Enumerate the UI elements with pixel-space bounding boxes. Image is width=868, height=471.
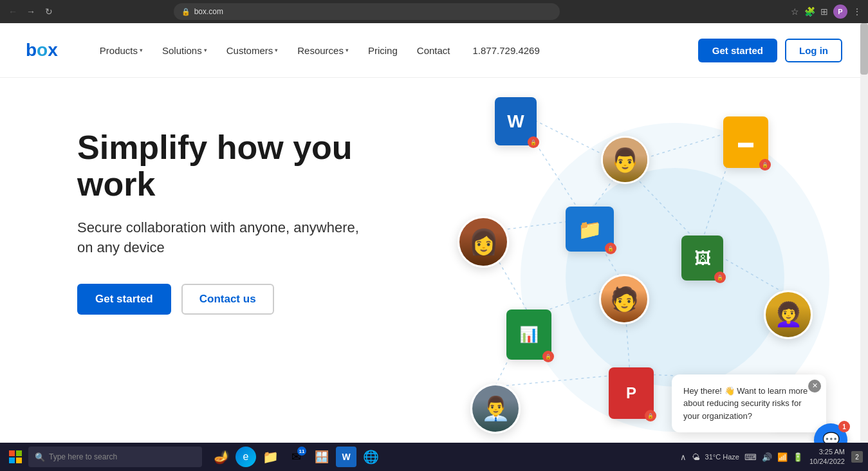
weather-icon: 🌤 xyxy=(692,452,700,462)
taskbar-right: ∧ 🌤 31°C Haze ⌨ 🔊 📶 🔋 3:25 AM 10/24/2022… xyxy=(680,447,863,467)
nav-contact[interactable]: Contact xyxy=(414,42,454,59)
webpage: box Products ▾ Solutions ▾ Customers ▾ R… xyxy=(0,23,868,471)
taskbar-app-word[interactable]: W xyxy=(336,447,356,467)
taskbar-app-mail[interactable]: ✉ 11 xyxy=(284,445,308,468)
solutions-chevron-icon: ▾ xyxy=(204,47,207,53)
notification-button[interactable]: 2 xyxy=(851,451,863,463)
resources-chevron-icon: ▾ xyxy=(346,47,349,53)
time-text: 3:25 AM xyxy=(809,447,845,457)
login-button[interactable]: Log in xyxy=(785,39,842,62)
battery-icon[interactable]: 🔋 xyxy=(793,452,803,462)
avatar-man-1: 👨 xyxy=(601,136,649,184)
profile-avatar[interactable]: P xyxy=(833,5,847,19)
phone-number: 1.877.729.4269 xyxy=(473,45,540,56)
avatar-woman-2: 👩‍🦱 xyxy=(764,290,813,339)
address-bar[interactable]: 🔒 box.com xyxy=(174,3,560,20)
nav-pricing[interactable]: Pricing xyxy=(365,42,401,59)
taskbar-search[interactable]: 🔍 Type here to search xyxy=(28,447,202,467)
up-arrow-icon[interactable]: ∧ xyxy=(680,452,687,462)
slides-icon: ▬ 🔒 xyxy=(723,116,768,168)
avatar-man-2: 🧑 xyxy=(599,274,649,324)
hero-get-started-button[interactable]: Get started xyxy=(77,284,171,315)
chat-message: Hey there! 👋 Want to learn more about re… xyxy=(683,385,815,423)
svg-point-1 xyxy=(566,168,784,387)
hero-buttons: Get started Contact us xyxy=(77,284,438,315)
avatar-man-3: 👨‍💼 xyxy=(470,383,521,434)
volume-icon[interactable]: 🔊 xyxy=(762,452,772,462)
back-button[interactable]: ← xyxy=(6,5,19,18)
word-lock-badge: 🔒 xyxy=(528,136,539,148)
get-started-button[interactable]: Get started xyxy=(698,39,777,62)
powerpoint-icon: P 🔒 xyxy=(609,367,654,419)
hero-section: Simplify how you work Secure collaborati… xyxy=(0,78,868,471)
avatar-woman-1: 👩 xyxy=(457,216,509,268)
hero-illustration: W 🔒 👨 ▬ 🔒 📁 🔒 🖼 🔒 xyxy=(430,78,868,471)
wifi-icon[interactable]: 📶 xyxy=(777,452,788,462)
logo[interactable]: box xyxy=(26,40,58,60)
nav-links: Products ▾ Solutions ▾ Customers ▾ Resou… xyxy=(97,42,698,59)
nav-actions: Get started Log in xyxy=(698,39,842,62)
lock-icon: 🔒 xyxy=(181,8,190,16)
taskbar-app-diwali[interactable]: 🪔 xyxy=(210,445,233,468)
hero-title: Simplify how you work xyxy=(77,129,438,203)
bookmark-icon[interactable]: ☆ xyxy=(791,6,799,17)
taskbar-apps: 🪔 e 📁 ✉ 11 🪟 W 🌐 xyxy=(210,445,382,468)
folder-icon: 📁 🔒 xyxy=(566,207,614,252)
nav-customers[interactable]: Customers ▾ xyxy=(223,42,282,59)
more-options-icon[interactable]: ⋮ xyxy=(853,6,862,17)
sheets-lock-badge: 🔒 xyxy=(542,351,554,362)
svg-rect-17 xyxy=(9,450,15,456)
taskbar: 🔍 Type here to search 🪔 e 📁 ✉ 11 🪟 W 🌐 ∧… xyxy=(0,443,868,471)
start-button[interactable] xyxy=(5,447,26,467)
svg-rect-20 xyxy=(16,457,22,463)
taskbar-app-chrome[interactable]: 🌐 xyxy=(359,445,382,468)
image-icon: 🖼 🔒 xyxy=(681,236,723,281)
nav-solutions[interactable]: Solutions ▾ xyxy=(159,42,210,59)
scrollbar-thumb[interactable] xyxy=(860,23,868,75)
keyboard-icon[interactable]: ⌨ xyxy=(744,452,757,462)
customers-chevron-icon: ▾ xyxy=(275,47,278,53)
date-text: 10/24/2022 xyxy=(809,457,845,466)
forward-button[interactable]: → xyxy=(24,5,37,18)
logo-text: box xyxy=(26,40,58,60)
svg-rect-19 xyxy=(9,457,15,463)
chat-close-button[interactable]: ✕ xyxy=(808,380,821,392)
word-doc-icon: W 🔒 xyxy=(495,97,537,145)
extensions-icon[interactable]: 🧩 xyxy=(804,6,815,17)
sheets-icon: 📊 🔒 xyxy=(506,309,551,360)
hero-contact-button[interactable]: Contact us xyxy=(181,284,274,315)
svg-rect-18 xyxy=(16,450,22,456)
url-text: box.com xyxy=(194,7,223,16)
taskbar-app-explorer[interactable]: 📁 xyxy=(259,445,282,468)
taskbar-app-windows[interactable]: 🪟 xyxy=(310,445,333,468)
browser-actions: ☆ 🧩 ⊞ P ⋮ xyxy=(791,5,862,19)
hero-content: Simplify how you work Secure collaborati… xyxy=(77,116,438,315)
nav-resources[interactable]: Resources ▾ xyxy=(294,42,352,59)
slides-lock-badge: 🔒 xyxy=(759,159,771,171)
clock[interactable]: 3:25 AM 10/24/2022 xyxy=(809,447,845,467)
search-icon: 🔍 xyxy=(35,452,45,462)
browser-chrome: ← → ↻ 🔒 box.com ☆ 🧩 ⊞ P ⋮ xyxy=(0,0,868,23)
chat-notification-badge: 1 xyxy=(838,421,850,432)
navbar: box Products ▾ Solutions ▾ Customers ▾ R… xyxy=(0,23,868,78)
grid-icon[interactable]: ⊞ xyxy=(820,6,828,17)
hero-subtitle: Secure collaboration with anyone, anywhe… xyxy=(77,218,360,258)
taskbar-app-edge[interactable]: e xyxy=(235,447,256,467)
search-placeholder: Type here to search xyxy=(49,452,117,461)
system-icons: ∧ 🌤 31°C Haze ⌨ 🔊 📶 🔋 xyxy=(680,452,803,462)
nav-products[interactable]: Products ▾ xyxy=(97,42,146,59)
chat-popup: ✕ Hey there! 👋 Want to learn more about … xyxy=(672,374,826,433)
image-lock-badge: 🔒 xyxy=(714,272,726,283)
products-chevron-icon: ▾ xyxy=(140,47,143,53)
weather-text: 31°C Haze xyxy=(705,453,739,461)
folder-lock-badge: 🔒 xyxy=(605,243,616,254)
ppt-lock-badge: 🔒 xyxy=(645,410,656,421)
reload-button[interactable]: ↻ xyxy=(42,5,55,18)
